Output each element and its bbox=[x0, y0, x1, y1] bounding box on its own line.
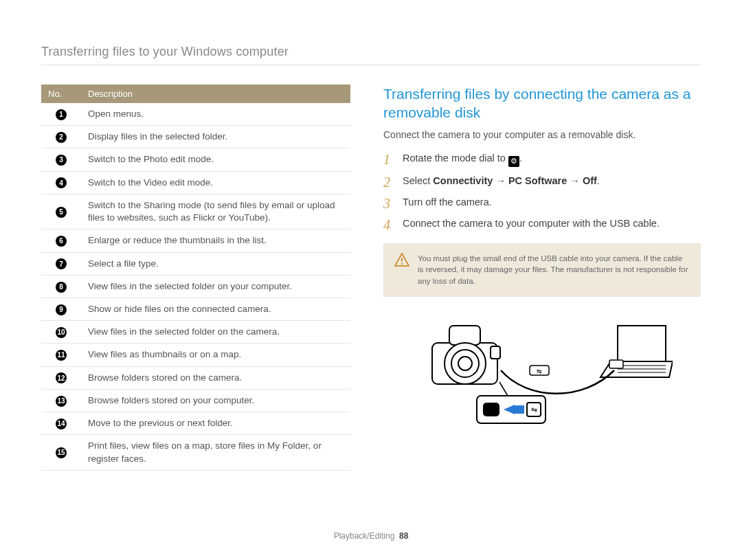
svg-point-1 bbox=[401, 262, 403, 264]
svg-rect-7 bbox=[491, 346, 500, 359]
row-desc: Print files, view files on a map, store … bbox=[81, 435, 350, 470]
step-number: 2 bbox=[383, 172, 390, 192]
step-text: Rotate the mode dial to bbox=[403, 153, 508, 164]
step-3: 3 Turn off the camera. bbox=[383, 195, 701, 210]
step-text: . bbox=[597, 175, 600, 186]
row-badge: 7 bbox=[56, 258, 67, 269]
row-desc: View files in the selected folder on you… bbox=[81, 275, 350, 298]
step-number: 1 bbox=[383, 150, 390, 170]
row-badge: 5 bbox=[56, 207, 67, 218]
step-text: . bbox=[519, 153, 522, 164]
gear-icon: ⚙ bbox=[508, 156, 519, 167]
step-text: Turn off the camera. bbox=[403, 197, 492, 208]
row-desc: View files in the selected folder on the… bbox=[81, 321, 350, 344]
page-header-title: Transferring files to your Windows compu… bbox=[41, 45, 701, 65]
table-row: 1Open menus. bbox=[41, 103, 350, 126]
step-text: Select bbox=[403, 175, 433, 186]
row-badge: 11 bbox=[56, 350, 67, 361]
svg-rect-13 bbox=[609, 360, 623, 368]
table-row: 13Browse folders stored on your computer… bbox=[41, 389, 350, 412]
arrow-icon: → bbox=[567, 175, 583, 186]
step-number: 3 bbox=[383, 194, 390, 214]
warning-text: You must plug the small end of the USB c… bbox=[418, 253, 690, 287]
step-number: 4 bbox=[383, 215, 390, 235]
col-desc: Description bbox=[81, 85, 350, 103]
warning-box: You must plug the small end of the USB c… bbox=[383, 243, 701, 297]
svg-text:⇋: ⇋ bbox=[537, 368, 542, 374]
step-4: 4 Connect the camera to your computer wi… bbox=[383, 216, 701, 231]
step-bold: Connectivity bbox=[433, 175, 493, 186]
arrow-icon: → bbox=[493, 175, 508, 186]
row-desc: Show or hide files on the connected came… bbox=[81, 298, 350, 320]
row-badge: 15 bbox=[56, 447, 67, 458]
row-desc: Enlarge or reduce the thumbnails in the … bbox=[81, 229, 350, 252]
connection-illustration: ⇋ ⇋ bbox=[383, 312, 701, 429]
row-desc: View files as thumbnails or on a map. bbox=[81, 344, 350, 366]
footer-page: 88 bbox=[399, 531, 408, 541]
row-desc: Display files in the selected folder. bbox=[81, 126, 350, 148]
row-desc: Move to the previous or next folder. bbox=[81, 412, 350, 435]
section-intro: Connect the camera to your computer as a… bbox=[383, 129, 701, 140]
table-row: 12Browse folders stored on the camera. bbox=[41, 366, 350, 389]
col-no: No. bbox=[41, 85, 81, 103]
svg-rect-15 bbox=[484, 403, 499, 416]
page-footer: Playback/Editing 88 bbox=[0, 531, 742, 541]
row-badge: 10 bbox=[56, 327, 67, 338]
row-badge: 2 bbox=[56, 132, 67, 143]
table-row: 11View files as thumbnails or on a map. bbox=[41, 344, 350, 366]
row-badge: 3 bbox=[56, 155, 67, 166]
warning-icon bbox=[394, 253, 409, 267]
row-badge: 4 bbox=[56, 177, 67, 188]
row-badge: 14 bbox=[56, 418, 67, 429]
row-desc: Browse folders stored on your computer. bbox=[81, 389, 350, 412]
table-row: 7Select a file type. bbox=[41, 252, 350, 275]
step-bold: PC Software bbox=[508, 175, 567, 186]
row-desc: Switch to the Video edit mode. bbox=[81, 171, 350, 194]
row-desc: Open menus. bbox=[81, 103, 350, 126]
row-badge: 1 bbox=[56, 109, 67, 120]
section-title: Transferring files by connecting the cam… bbox=[383, 85, 701, 122]
description-table: No. Description 1Open menus. 2Display fi… bbox=[41, 85, 350, 471]
row-badge: 8 bbox=[56, 282, 67, 293]
row-badge: 13 bbox=[56, 396, 67, 407]
row-desc: Switch to the Sharing mode (to send file… bbox=[81, 194, 350, 229]
step-bold: Off bbox=[583, 175, 597, 186]
table-row: 8View files in the selected folder on yo… bbox=[41, 275, 350, 298]
svg-line-20 bbox=[499, 382, 508, 396]
steps-list: 1 Rotate the mode dial to ⚙. 2 Select Co… bbox=[383, 151, 701, 231]
row-badge: 12 bbox=[56, 372, 67, 383]
svg-text:⇋: ⇋ bbox=[531, 405, 537, 414]
table-row: 10View files in the selected folder on t… bbox=[41, 321, 350, 344]
table-row: 14Move to the previous or next folder. bbox=[41, 412, 350, 435]
svg-rect-17 bbox=[515, 405, 524, 414]
table-row: 6Enlarge or reduce the thumbnails in the… bbox=[41, 229, 350, 252]
step-1: 1 Rotate the mode dial to ⚙. bbox=[383, 151, 701, 167]
row-badge: 9 bbox=[56, 304, 67, 315]
svg-point-6 bbox=[458, 357, 472, 370]
table-row: 4Switch to the Video edit mode. bbox=[41, 171, 350, 194]
table-row: 5Switch to the Sharing mode (to send fil… bbox=[41, 194, 350, 229]
step-2: 2 Select Connectivity → PC Software → Of… bbox=[383, 174, 701, 188]
table-row: 2Display files in the selected folder. bbox=[41, 126, 350, 148]
svg-rect-3 bbox=[449, 326, 480, 345]
row-badge: 6 bbox=[56, 236, 67, 247]
step-text: Connect the camera to your computer with… bbox=[403, 218, 660, 229]
row-desc: Switch to the Photo edit mode. bbox=[81, 148, 350, 171]
row-desc: Browse folders stored on the camera. bbox=[81, 366, 350, 389]
table-row: 3Switch to the Photo edit mode. bbox=[41, 148, 350, 171]
row-desc: Select a file type. bbox=[81, 252, 350, 275]
table-row: 9Show or hide files on the connected cam… bbox=[41, 298, 350, 320]
table-row: 15Print files, view files on a map, stor… bbox=[41, 435, 350, 470]
footer-section: Playback/Editing bbox=[334, 531, 395, 541]
